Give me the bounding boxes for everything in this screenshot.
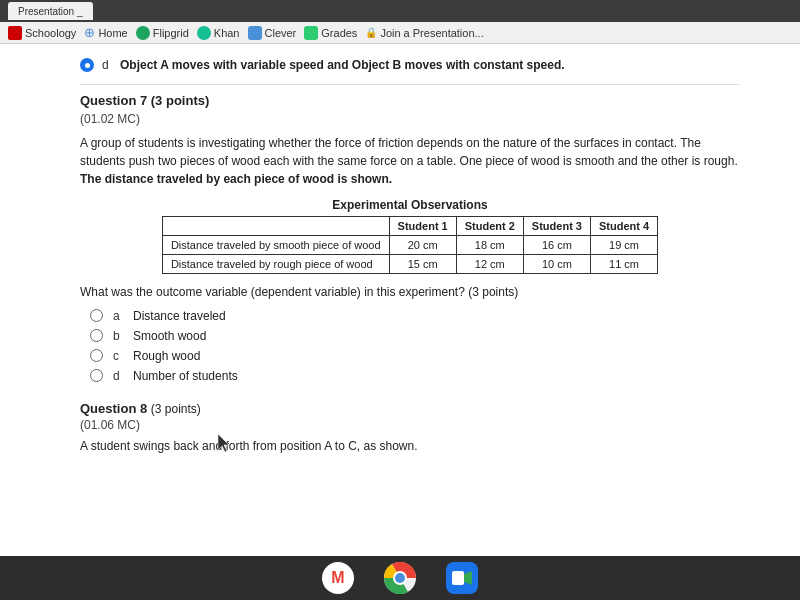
question-8-title: Question 8 xyxy=(80,401,147,416)
bookmark-home[interactable]: ⊕ Home xyxy=(84,25,127,40)
page-content: d Object A moves with variable speed and… xyxy=(0,44,800,556)
svg-marker-4 xyxy=(464,571,472,585)
bookmark-clever[interactable]: Clever xyxy=(248,26,297,40)
dependent-variable-question: What was the outcome variable (dependent… xyxy=(80,284,740,301)
table-header-s4: Student 4 xyxy=(590,217,657,236)
svg-rect-3 xyxy=(452,571,464,585)
radio-b[interactable] xyxy=(90,329,103,342)
bookmarks-bar: Schoology ⊕ Home Flipgrid Khan Clever Gr… xyxy=(0,22,800,44)
bookmark-schoology[interactable]: Schoology xyxy=(8,26,76,40)
choice-text-c: Rough wood xyxy=(133,349,200,363)
table-title: Experimental Observations xyxy=(80,198,740,212)
flipgrid-icon xyxy=(136,26,150,40)
question-7-code: (01.02 MC) xyxy=(80,112,740,126)
smooth-s2: 18 cm xyxy=(456,236,523,255)
question-8-points: (3 points) xyxy=(151,402,201,416)
active-tab[interactable]: Presentation _ xyxy=(8,2,93,20)
table-header-s3: Student 3 xyxy=(523,217,590,236)
bookmark-khan[interactable]: Khan xyxy=(197,26,240,40)
chrome-icon[interactable] xyxy=(384,562,416,594)
join-presentation-label: Join a Presentation... xyxy=(380,27,483,39)
question-8-text: A student swings back and forth from pos… xyxy=(80,438,740,455)
choice-letter-a: a xyxy=(113,309,123,323)
rough-s3: 10 cm xyxy=(523,255,590,274)
gmail-icon[interactable]: M xyxy=(322,562,354,594)
rough-s2: 12 cm xyxy=(456,255,523,274)
choice-text-a: Distance traveled xyxy=(133,309,226,323)
table-header-s2: Student 2 xyxy=(456,217,523,236)
bookmark-flipgrid[interactable]: Flipgrid xyxy=(136,26,189,40)
svg-point-2 xyxy=(395,573,405,583)
rough-wood-label: Distance traveled by rough piece of wood xyxy=(162,255,389,274)
smooth-s4: 19 cm xyxy=(590,236,657,255)
table-row-rough: Distance traveled by rough piece of wood… xyxy=(162,255,657,274)
grades-label: Grades xyxy=(321,27,357,39)
table-header-s1: Student 1 xyxy=(389,217,456,236)
choice-list: a Distance traveled b Smooth wood c Roug… xyxy=(90,309,740,383)
question-7-text: A group of students is investigating whe… xyxy=(80,134,740,188)
khan-icon xyxy=(197,26,211,40)
choice-letter-d: d xyxy=(113,369,123,383)
prev-answer-letter: d xyxy=(102,58,112,72)
clever-label: Clever xyxy=(265,27,297,39)
question-8: Question 8 (3 points) (01.06 MC) A stude… xyxy=(80,397,740,455)
schoology-label: Schoology xyxy=(25,27,76,39)
radio-d[interactable] xyxy=(90,369,103,382)
radio-c[interactable] xyxy=(90,349,103,362)
question-7-text-part1: A group of students is investigating whe… xyxy=(80,136,738,168)
choice-text-b: Smooth wood xyxy=(133,329,206,343)
cursor-pointer xyxy=(218,434,232,458)
choice-d: d Number of students xyxy=(90,369,740,383)
question-7-text-bold: The distance traveled by each piece of w… xyxy=(80,172,392,186)
question-8-header: Question 8 (3 points) xyxy=(80,401,740,416)
selected-radio-d[interactable] xyxy=(80,58,94,72)
choice-c: c Rough wood xyxy=(90,349,740,363)
rough-s1: 15 cm xyxy=(389,255,456,274)
question-7: Question 7 (3 points) (01.02 MC) A group… xyxy=(80,93,740,383)
smooth-s3: 16 cm xyxy=(523,236,590,255)
khan-label: Khan xyxy=(214,27,240,39)
tab-title: Presentation _ xyxy=(18,6,83,17)
grades-icon xyxy=(304,26,318,40)
flipgrid-label: Flipgrid xyxy=(153,27,189,39)
choice-text-d: Number of students xyxy=(133,369,238,383)
data-table: Student 1 Student 2 Student 3 Student 4 … xyxy=(162,216,658,274)
smooth-s1: 20 cm xyxy=(389,236,456,255)
choice-b: b Smooth wood xyxy=(90,329,740,343)
experimental-table-section: Experimental Observations Student 1 Stud… xyxy=(80,198,740,274)
home-icon: ⊕ xyxy=(84,25,95,40)
rough-s4: 11 cm xyxy=(590,255,657,274)
section-divider xyxy=(80,84,740,85)
schoology-icon xyxy=(8,26,22,40)
bookmark-grades[interactable]: Grades xyxy=(304,26,357,40)
smooth-wood-label: Distance traveled by smooth piece of woo… xyxy=(162,236,389,255)
meet-icon[interactable] xyxy=(446,562,478,594)
prev-answer-text: Object A moves with variable speed and O… xyxy=(120,58,565,72)
home-label: Home xyxy=(98,27,127,39)
table-header-blank xyxy=(162,217,389,236)
choice-a: a Distance traveled xyxy=(90,309,740,323)
question-8-code: (01.06 MC) xyxy=(80,418,740,432)
clever-icon xyxy=(248,26,262,40)
radio-a[interactable] xyxy=(90,309,103,322)
choice-letter-b: b xyxy=(113,329,123,343)
table-row-smooth: Distance traveled by smooth piece of woo… xyxy=(162,236,657,255)
prev-answer-row: d Object A moves with variable speed and… xyxy=(80,54,740,72)
taskbar: M xyxy=(0,556,800,600)
question-7-header: Question 7 (3 points) xyxy=(80,93,740,108)
choice-letter-c: c xyxy=(113,349,123,363)
browser-tab-bar: Presentation _ xyxy=(0,0,800,22)
join-presentation[interactable]: 🔒 Join a Presentation... xyxy=(365,27,483,39)
lock-icon: 🔒 xyxy=(365,27,377,38)
content-area: d Object A moves with variable speed and… xyxy=(0,44,800,556)
